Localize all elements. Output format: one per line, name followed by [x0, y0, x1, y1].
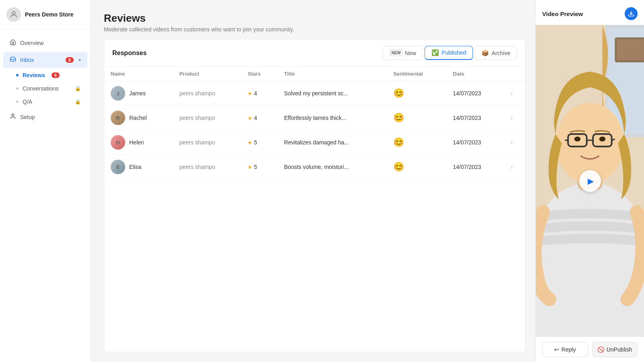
tab-published[interactable]: ✅ Published	[425, 46, 473, 60]
cell-product: peers shampo	[173, 130, 241, 155]
reviews-badge: 6	[52, 72, 60, 78]
video-container: ▶	[536, 25, 644, 337]
cell-chevron: ›	[504, 155, 525, 179]
reply-label: Reply	[561, 346, 576, 353]
col-name: Name	[104, 67, 173, 81]
tab-new[interactable]: NEW New	[383, 46, 423, 60]
cell-date: 14/07/2023	[446, 106, 504, 130]
reviews-label: Reviews	[23, 72, 45, 78]
sidebar-item-inbox[interactable]: Inbox 6 ▾	[3, 52, 87, 68]
sidebar-item-overview[interactable]: Overview	[3, 35, 87, 51]
cell-name: H Helen	[104, 130, 173, 155]
published-tab-icon: ✅	[431, 49, 439, 56]
sidebar-subitem-reviews[interactable]: Reviews 6	[3, 69, 87, 82]
row-chevron-icon[interactable]: ›	[511, 139, 513, 146]
store-header[interactable]: Peers Demo Store	[0, 0, 91, 29]
cell-name: J James	[104, 81, 173, 106]
store-avatar	[6, 7, 21, 22]
setup-icon	[10, 113, 16, 121]
cell-stars: ★ 4	[241, 81, 278, 106]
cell-name: E Elisa	[104, 155, 173, 179]
cell-sentimental: 😊	[387, 106, 446, 130]
col-product: Product	[173, 67, 241, 81]
content-area: Responses NEW New ✅ Published 📦 Archive	[104, 39, 526, 352]
row-chevron-icon[interactable]: ›	[511, 163, 513, 170]
row-chevron-icon[interactable]: ›	[511, 90, 513, 97]
video-preview-header: Video Preview	[536, 0, 644, 25]
stars-icon: ★	[248, 164, 252, 170]
table-row[interactable]: E Elisa peers shampo ★ 5 Boosts volume, …	[104, 155, 525, 179]
qa-label: Q/A	[23, 99, 32, 105]
svg-point-0	[12, 12, 15, 14]
table-row[interactable]: H Helen peers shampo ★ 5 Revitalizes dam…	[104, 130, 525, 155]
sidebar: Peers Demo Store Overview Inbox 6 ▾ Revi…	[0, 0, 91, 362]
cell-date: 14/07/2023	[446, 155, 504, 179]
cell-stars: ★ 4	[241, 106, 278, 130]
dot-icon-conv	[16, 87, 19, 90]
cell-name: R Rachel	[104, 106, 173, 130]
cell-chevron: ›	[504, 130, 525, 155]
cell-title: Effortlessly tames thick...	[278, 106, 387, 130]
cell-stars: ★ 5	[241, 155, 278, 179]
cell-title: Boosts volume, moisturi...	[278, 155, 387, 179]
sentimental-icon: 😊	[393, 113, 404, 123]
sentimental-icon: 😊	[393, 88, 404, 98]
cell-title: Solved my persistent sc...	[278, 81, 387, 106]
svg-point-1	[12, 114, 14, 116]
dot-icon-qa	[16, 101, 19, 103]
row-chevron-icon[interactable]: ›	[511, 114, 513, 121]
reply-button[interactable]: ↩ Reply	[542, 342, 588, 357]
sidebar-item-setup[interactable]: Setup	[3, 109, 87, 125]
responses-header: Responses NEW New ✅ Published 📦 Archive	[104, 39, 525, 67]
cell-stars: ★ 5	[241, 130, 278, 155]
lock-icon-qa: 🔒	[75, 99, 81, 105]
inbox-icon	[10, 56, 16, 64]
table-header-row: Name Product Stars Title Sentimental Dat…	[104, 67, 525, 81]
unpublish-icon: 🚫	[597, 346, 604, 353]
avatar: E	[111, 160, 125, 174]
archive-tab-icon: 📦	[481, 49, 489, 57]
col-action	[504, 67, 525, 81]
unpublish-button[interactable]: 🚫 UnPublish	[592, 342, 638, 357]
stars-icon: ★	[248, 140, 252, 146]
svg-rect-7	[617, 39, 644, 61]
page-title: Reviews	[104, 12, 526, 25]
col-date: Date	[446, 67, 504, 81]
cell-chevron: ›	[504, 106, 525, 130]
stars-icon: ★	[248, 115, 252, 121]
main-content: Reviews Moderate collected videos from c…	[91, 0, 535, 362]
cell-chevron: ›	[504, 81, 525, 106]
table-row[interactable]: R Rachel peers shampo ★ 4 Effortlessly t…	[104, 106, 525, 130]
cell-sentimental: 😊	[387, 130, 446, 155]
tab-archive[interactable]: 📦 Archive	[475, 46, 517, 60]
sidebar-subitem-qa[interactable]: Q/A 🔒	[3, 95, 87, 108]
dot-icon	[16, 74, 19, 76]
table-row[interactable]: J James peers shampo ★ 4 Solved my persi…	[104, 81, 525, 106]
page-header: Reviews Moderate collected videos from c…	[104, 12, 526, 33]
main-inner: Responses NEW New ✅ Published 📦 Archive	[104, 39, 526, 352]
conversations-label: Conversations	[23, 85, 59, 92]
video-placeholder: ▶	[536, 25, 644, 337]
sentimental-icon: 😊	[393, 162, 404, 172]
avatar: H	[111, 135, 125, 150]
col-title: Title	[278, 67, 387, 81]
cell-sentimental: 😊	[387, 155, 446, 179]
cell-date: 14/07/2023	[446, 130, 504, 155]
unpublish-label: UnPublish	[607, 346, 632, 353]
name-text: Rachel	[129, 115, 147, 121]
home-icon	[10, 39, 16, 47]
video-actions: ↩ Reply 🚫 UnPublish	[536, 337, 644, 362]
archive-tab-label: Archive	[491, 50, 510, 56]
sidebar-subitem-conversations[interactable]: Conversations 🔒	[3, 82, 87, 95]
table-body: J James peers shampo ★ 4 Solved my persi…	[104, 81, 525, 179]
svg-point-16	[599, 136, 606, 141]
avatar: J	[111, 86, 125, 101]
right-panel: Video Preview	[535, 0, 644, 362]
name-text: James	[129, 90, 146, 97]
avatar: R	[111, 111, 125, 125]
reply-icon: ↩	[554, 346, 559, 353]
new-tab-icon: NEW	[390, 50, 402, 56]
download-button[interactable]	[625, 7, 638, 20]
cell-date: 14/07/2023	[446, 81, 504, 106]
play-button[interactable]: ▶	[579, 170, 601, 192]
